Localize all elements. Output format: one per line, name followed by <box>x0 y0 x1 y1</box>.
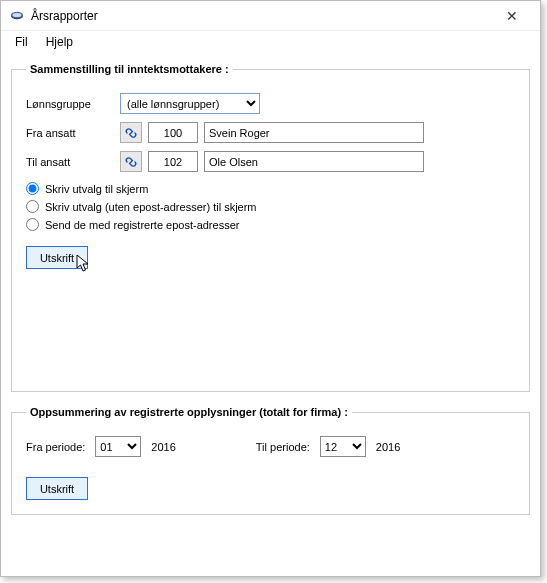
to-employee-name-input[interactable] <box>204 151 424 172</box>
row-periods: Fra periode: 01 2016 Til periode: 12 201… <box>26 436 515 457</box>
to-period-select[interactable]: 12 <box>320 436 366 457</box>
app-icon <box>9 8 25 24</box>
close-icon[interactable]: ✕ <box>492 8 532 24</box>
from-employee-lookup-button[interactable] <box>120 122 142 143</box>
group-oppsummering-legend: Oppsummering av registrerte opplysninger… <box>26 406 352 418</box>
row-from-employee: Fra ansatt <box>26 122 515 143</box>
radio-screen[interactable]: Skriv utvalg til skjerm <box>26 182 515 195</box>
to-employee-lookup-button[interactable] <box>120 151 142 172</box>
window: Årsrapporter ✕ Fil Hjelp Sammenstilling … <box>0 0 541 577</box>
to-period-group: Til periode: 12 2016 <box>256 436 401 457</box>
wagegroup-select[interactable]: (alle lønnsgrupper) <box>120 93 260 114</box>
radio-screen-noemail-label: Skriv utvalg (uten epost-adresser) til s… <box>45 201 257 213</box>
radio-send-email-input[interactable] <box>26 218 39 231</box>
window-title: Årsrapporter <box>31 9 492 23</box>
titlebar: Årsrapporter ✕ <box>1 1 540 31</box>
radio-send-email-label: Send de med registrerte epost-adresser <box>45 219 239 231</box>
from-period-group: Fra periode: 01 2016 <box>26 436 176 457</box>
print-button-1[interactable]: Utskrift <box>26 246 88 269</box>
menubar: Fil Hjelp <box>1 31 540 53</box>
radio-screen-noemail[interactable]: Skriv utvalg (uten epost-adresser) til s… <box>26 200 515 213</box>
menu-help[interactable]: Hjelp <box>38 33 81 51</box>
radio-send-email[interactable]: Send de med registrerte epost-adresser <box>26 218 515 231</box>
from-employee-label: Fra ansatt <box>26 127 114 139</box>
row-wagegroup: Lønnsgruppe (alle lønnsgrupper) <box>26 93 515 114</box>
group-sammenstilling-legend: Sammenstilling til inntektsmottakere : <box>26 63 233 75</box>
from-period-select[interactable]: 01 <box>95 436 141 457</box>
radio-screen-noemail-input[interactable] <box>26 200 39 213</box>
to-period-year: 2016 <box>376 441 400 453</box>
wagegroup-label: Lønnsgruppe <box>26 98 114 110</box>
from-period-year: 2016 <box>151 441 175 453</box>
output-radios: Skriv utvalg til skjerm Skriv utvalg (ut… <box>26 182 515 231</box>
client-area: Sammenstilling til inntektsmottakere : L… <box>1 53 540 535</box>
print-button-2[interactable]: Utskrift <box>26 477 88 500</box>
to-employee-id-input[interactable] <box>148 151 198 172</box>
to-employee-label: Til ansatt <box>26 156 114 168</box>
menu-file[interactable]: Fil <box>7 33 36 51</box>
radio-screen-input[interactable] <box>26 182 39 195</box>
group-sammenstilling: Sammenstilling til inntektsmottakere : L… <box>11 63 530 392</box>
svg-point-2 <box>13 12 22 16</box>
from-employee-name-input[interactable] <box>204 122 424 143</box>
row-to-employee: Til ansatt <box>26 151 515 172</box>
link-icon <box>124 155 138 169</box>
from-employee-id-input[interactable] <box>148 122 198 143</box>
radio-screen-label: Skriv utvalg til skjerm <box>45 183 148 195</box>
group-oppsummering: Oppsummering av registrerte opplysninger… <box>11 406 530 515</box>
link-icon <box>124 126 138 140</box>
to-period-label: Til periode: <box>256 441 310 453</box>
from-period-label: Fra periode: <box>26 441 85 453</box>
